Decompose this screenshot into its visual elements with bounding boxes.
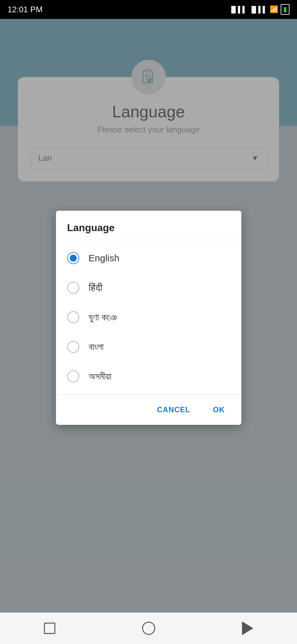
option-hindi[interactable]: हिंदी	[56, 273, 241, 303]
option-label-odia: ঘুণা কঞে	[89, 312, 117, 323]
option-label-english: English	[89, 253, 119, 264]
option-bangla[interactable]: বাংলা	[56, 332, 241, 362]
option-label-bangla: বাংলা	[89, 341, 104, 352]
nav-circle-icon	[142, 622, 155, 635]
dialog-options: English हिंदी ঘুণা কঞে বাংলা অসমীয়া	[56, 240, 241, 395]
signal-icon-1: ▐▌▌▌	[229, 6, 247, 13]
signal-icon-2: ▐▌▌▌	[249, 6, 267, 13]
status-bar: 12:01 PM ▐▌▌▌ ▐▌▌▌ 📶 ▮	[0, 0, 297, 19]
nav-square-icon	[44, 623, 55, 634]
battery-icon: ▮	[281, 4, 289, 15]
nav-back-button[interactable]	[238, 619, 257, 638]
nav-triangle-icon	[242, 621, 253, 635]
radio-inner-english	[70, 255, 77, 262]
dialog-actions: CANCEL OK	[56, 395, 241, 425]
radio-hindi[interactable]	[67, 282, 79, 294]
option-label-assamese: অসমীয়া	[89, 371, 112, 382]
ok-button[interactable]: OK	[204, 401, 234, 419]
status-icons: ▐▌▌▌ ▐▌▌▌ 📶 ▮	[229, 4, 289, 15]
option-odia[interactable]: ঘুণা কঞে	[56, 303, 241, 332]
dialog-title: Language	[56, 211, 241, 240]
option-label-hindi: हिंदी	[89, 282, 102, 293]
nav-square-button[interactable]	[40, 619, 59, 638]
nav-home-button[interactable]	[139, 619, 158, 638]
cancel-button[interactable]: CANCEL	[148, 401, 199, 419]
radio-english[interactable]	[67, 252, 79, 264]
option-english[interactable]: English	[56, 243, 241, 273]
radio-bangla[interactable]	[67, 341, 79, 353]
status-time: 12:01 PM	[8, 5, 42, 14]
wifi-icon: 📶	[270, 5, 278, 14]
language-dialog: Language English हिंदी ঘুণা কঞে বাংলা অস	[56, 211, 241, 425]
option-assamese[interactable]: অসমীয়া	[56, 362, 241, 391]
bottom-navigation	[0, 613, 297, 644]
radio-assamese[interactable]	[67, 370, 79, 382]
radio-odia[interactable]	[67, 311, 79, 323]
